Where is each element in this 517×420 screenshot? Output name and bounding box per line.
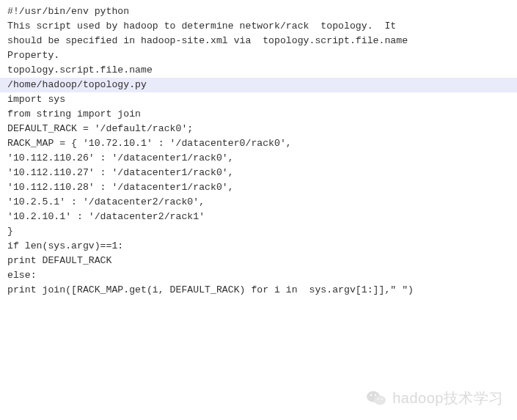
code-line: print join([RACK_MAP.get(i, DEFAULT_RACK… [7, 283, 517, 298]
watermark: hadoop技术学习 [366, 389, 504, 407]
wechat-icon [366, 389, 386, 407]
code-line: print DEFAULT_RACK [7, 254, 517, 268]
code-line-highlighted: /home/hadoop/topology.py [0, 78, 517, 92]
code-line: } [7, 224, 517, 239]
svg-point-3 [375, 394, 376, 396]
code-line: '10.2.5.1' : '/datacenter2/rack0', [7, 195, 517, 210]
svg-point-5 [381, 399, 383, 400]
watermark-text: hadoop技术学习 [392, 391, 504, 405]
svg-point-4 [378, 399, 379, 400]
code-line: '10.2.10.1' : '/datacenter2/rack1' [7, 210, 517, 224]
svg-point-2 [370, 394, 372, 396]
code-line: This script used by hadoop to determine … [7, 19, 517, 34]
code-line: '10.112.110.28' : '/datacenter1/rack0', [7, 180, 517, 195]
code-line: topology.script.file.name [7, 63, 517, 78]
code-line: else: [7, 268, 517, 283]
svg-point-1 [374, 396, 386, 405]
code-line: RACK_MAP = { '10.72.10.1' : '/datacenter… [7, 136, 517, 151]
code-line: from string import join [7, 107, 517, 122]
code-line: should be specified in hadoop-site.xml v… [7, 34, 517, 48]
svg-point-0 [367, 391, 380, 402]
code-line: '10.112.110.27' : '/datacenter1/rack0', [7, 166, 517, 180]
code-line: import sys [7, 92, 517, 107]
code-line: #!/usr/bin/env python [7, 4, 517, 19]
code-line: if len(sys.argv)==1: [7, 239, 517, 254]
code-line: '10.112.110.26' : '/datacenter1/rack0', [7, 151, 517, 166]
code-line: Property. [7, 48, 517, 63]
code-line: DEFAULT_RACK = '/default/rack0'; [7, 122, 517, 136]
